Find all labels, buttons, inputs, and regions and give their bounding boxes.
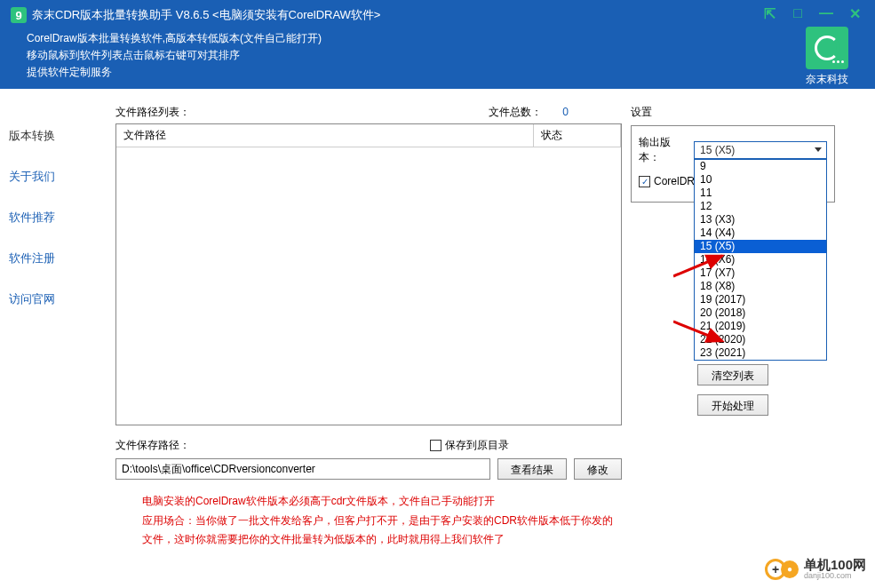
warning-text: 电脑安装的CorelDraw软件版本必须高于cdr文件版本，文件自己手动能打开 … (115, 492, 622, 550)
brand-logo: 奈末科技 (806, 27, 848, 87)
sidebar-item-register[interactable]: 软件注册 (0, 238, 115, 279)
dropdown-option[interactable]: 13 (X3) (695, 213, 826, 226)
dropdown-option[interactable]: 23 (2021) (695, 346, 826, 360)
sidebar-item-about[interactable]: 关于我们 (0, 156, 115, 197)
dropdown-option[interactable]: 10 (695, 173, 826, 187)
brand-text: 奈末科技 (806, 72, 848, 87)
dropdown-option[interactable]: 16 (X6) (695, 253, 826, 266)
sidebar-item-website[interactable]: 访问官网 (0, 279, 115, 320)
savepath-input[interactable] (115, 458, 490, 480)
sidebar-item-convert[interactable]: 版本转换 (0, 115, 115, 156)
th-path: 文件路径 (116, 124, 534, 147)
sidebar-item-label: 版本转换 (9, 129, 55, 142)
desc-line-1: CorelDraw版本批量转换软件,高版本转低版本(文件自己能打开) (27, 30, 687, 47)
title-text: 奈末CDR版本批量转换助手 V8.6.5 <电脑须安装有CorelDRAW软件> (32, 7, 380, 23)
settings-label: 设置 (631, 105, 835, 120)
th-status: 状态 (534, 124, 621, 147)
dropdown-option[interactable]: 19 (2017) (695, 293, 826, 306)
close-icon[interactable]: ✕ (847, 5, 863, 21)
modify-button[interactable]: 修改 (574, 458, 622, 480)
version-dropdown: 910111213 (X3)14 (X4)15 (X5)16 (X6)17 (X… (694, 159, 827, 361)
dropdown-option[interactable]: 14 (X4) (695, 226, 826, 240)
dropdown-option[interactable]: 22 (2020) (695, 333, 826, 346)
dropdown-option[interactable]: 21 (2019) (695, 320, 826, 333)
app-logo-small: 9 (11, 7, 27, 23)
sidebar-item-label: 软件推荐 (9, 211, 55, 224)
dropdown-option[interactable]: 11 (695, 187, 826, 200)
dropdown-option[interactable]: 18 (X8) (695, 280, 826, 293)
view-result-button[interactable]: 查看结果 (497, 458, 567, 480)
window-title: 9 奈末CDR版本批量转换助手 V8.6.5 <电脑须安装有CorelDRAW软… (11, 7, 687, 23)
watermark-logo-icon-2: ● (781, 560, 799, 578)
watermark: + ● 单机100网 danji100.com (765, 558, 866, 581)
watermark-en: danji100.com (804, 572, 866, 581)
dropdown-option[interactable]: 12 (695, 200, 826, 213)
checkbox-checked-icon: ✓ (639, 176, 650, 187)
output-version-label: 输出版本： (639, 135, 688, 165)
checkbox-icon (430, 440, 441, 451)
file-table[interactable]: 文件路径 状态 (115, 123, 622, 425)
savepath-label: 文件保存路径： (115, 438, 190, 453)
start-button[interactable]: 开始处理 (697, 394, 768, 416)
output-version-select[interactable]: 15 (X5) (694, 141, 827, 159)
dropdown-option[interactable]: 15 (X5) (695, 240, 826, 253)
clear-list-button[interactable]: 清空列表 (697, 364, 768, 385)
minimize-icon[interactable]: — (818, 5, 834, 21)
dropdown-option[interactable]: 20 (2018) (695, 306, 826, 320)
filelist-label: 文件路径列表： (115, 105, 489, 120)
desc-line-3: 提供软件定制服务 (27, 64, 687, 81)
pin-icon[interactable]: ⇱ (761, 5, 777, 21)
filecount-label: 文件总数： 0 (489, 105, 569, 120)
sidebar-item-label: 关于我们 (9, 170, 55, 183)
desc-line-2: 移动鼠标到软件列表点击鼠标右键可对其排序 (27, 47, 687, 64)
filecount-value: 0 (562, 106, 569, 118)
save-original-label: 保存到原目录 (445, 438, 509, 453)
sidebar-item-recommend[interactable]: 软件推荐 (0, 197, 115, 238)
maximize-icon[interactable]: □ (790, 5, 806, 21)
dropdown-option[interactable]: 9 (695, 160, 826, 173)
sidebar-item-label: 软件注册 (9, 251, 55, 265)
sidebar-item-label: 访问官网 (9, 292, 55, 306)
dropdown-option[interactable]: 17 (X7) (695, 266, 826, 280)
watermark-cn: 单机100网 (804, 558, 866, 573)
save-original-checkbox[interactable]: 保存到原目录 (430, 438, 509, 453)
settings-box: 输出版本： 15 (X5) 910111213 (X3)14 (X4)15 (X… (631, 125, 835, 203)
